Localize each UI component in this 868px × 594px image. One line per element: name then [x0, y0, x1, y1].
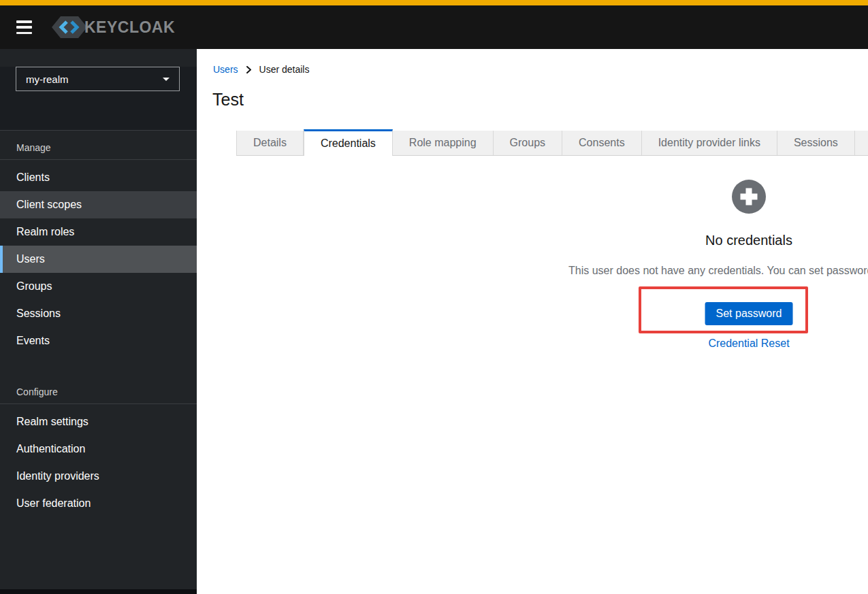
tab-credentials[interactable]: Credentials [304, 129, 393, 156]
tab-details[interactable]: Details [236, 131, 304, 155]
sidebar-item-clients[interactable]: Clients [0, 164, 197, 191]
logo-text: KEYCLOAK [84, 18, 175, 37]
set-password-button[interactable]: Set password [705, 302, 793, 325]
nav-group-header-configure: Configure [0, 375, 197, 404]
nav-list-manage: Clients Client scopes Realm roles Users … [0, 160, 197, 359]
tab-bar: Details Credentials Role mapping Groups … [236, 131, 868, 155]
sidebar-item-client-scopes[interactable]: Client scopes [0, 191, 197, 218]
sidebar-footer-strip [0, 589, 197, 594]
caret-down-icon [163, 78, 170, 81]
nav-list-configure: Realm settings Authentication Identity p… [0, 404, 197, 521]
credential-reset-link[interactable]: Credential Reset [708, 337, 789, 350]
nav-group-manage: Manage Clients Client scopes Realm roles… [0, 131, 197, 359]
hamburger-icon[interactable] [16, 20, 32, 34]
tab-groups[interactable]: Groups [494, 131, 562, 155]
page-title: Test [212, 90, 244, 110]
main-content: Users User details Test Details Credenti… [197, 49, 868, 594]
chevron-right-icon [246, 66, 252, 73]
sidebar-nav: my-realm Manage Clients Client scopes Re… [0, 49, 197, 594]
sidebar-item-sessions[interactable]: Sessions [0, 300, 197, 327]
sidebar-item-groups[interactable]: Groups [0, 273, 197, 300]
breadcrumb: Users User details [213, 64, 309, 75]
nav-group-header-manage: Manage [0, 131, 197, 160]
breadcrumb-current: User details [259, 64, 310, 75]
realm-selector-section: my-realm [0, 67, 197, 131]
keycloak-hexagon-icon [50, 14, 89, 41]
masthead: KEYCLOAK [0, 0, 868, 49]
sidebar-item-identity-providers[interactable]: Identity providers [0, 463, 197, 490]
realm-selector-dropdown[interactable]: my-realm [16, 67, 180, 91]
sidebar-item-authentication[interactable]: Authentication [0, 435, 197, 463]
sidebar-item-events[interactable]: Events [0, 327, 197, 354]
keycloak-logo[interactable]: KEYCLOAK [50, 14, 175, 41]
sidebar-item-users[interactable]: Users [0, 246, 197, 273]
breadcrumb-link-users[interactable]: Users [213, 64, 238, 75]
sidebar-item-realm-settings[interactable]: Realm settings [0, 408, 197, 435]
tab-events[interactable]: Events [855, 131, 868, 155]
add-circle-icon [732, 180, 766, 216]
tab-consents[interactable]: Consents [562, 131, 642, 155]
tab-sessions[interactable]: Sessions [777, 131, 855, 155]
tab-identity-provider-links[interactable]: Identity provider links [642, 131, 777, 155]
sidebar-item-realm-roles[interactable]: Realm roles [0, 218, 197, 246]
nav-group-configure: Configure Realm settings Authentication … [0, 375, 197, 521]
empty-state-title: No credentials [705, 233, 792, 248]
realm-selector-value: my-realm [26, 73, 69, 85]
empty-state-description: This user does not have any credentials.… [568, 265, 868, 277]
sidebar-item-user-federation[interactable]: User federation [0, 490, 197, 517]
tab-role-mapping[interactable]: Role mapping [393, 131, 494, 155]
